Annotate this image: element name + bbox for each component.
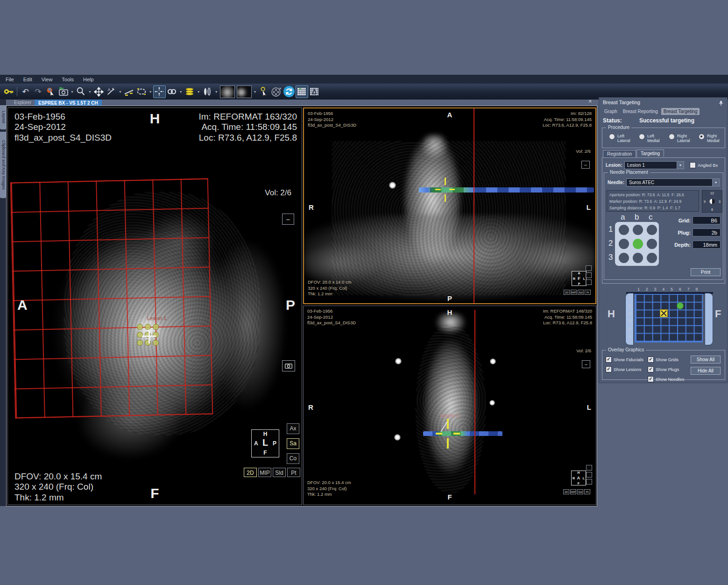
mini-plane-button[interactable] — [586, 479, 592, 485]
stack-scroll-icon[interactable] — [184, 86, 196, 98]
mode-button-sld[interactable]: Sld — [273, 468, 286, 477]
pointer-target-icon[interactable] — [258, 86, 270, 98]
panel-tab-graph[interactable]: Graph — [602, 108, 620, 115]
camera-button[interactable] — [282, 360, 295, 371]
ellipse-dropdown-caret[interactable]: ▼ — [149, 90, 152, 93]
axial-viewport[interactable]: 03-Feb-195624-Sep-2012fl3d_ax_post_S4_DI… — [303, 107, 596, 304]
stack-dropdown-caret[interactable]: ▼ — [197, 90, 200, 93]
tab-registration[interactable]: Registration — [603, 150, 636, 157]
plug-hole-projection — [153, 332, 159, 338]
menu-help[interactable]: Help — [83, 77, 94, 82]
link-series-icon[interactable] — [166, 86, 178, 98]
menu-edit[interactable]: Edit — [23, 77, 32, 82]
mode-button-2d[interactable]: 2D — [244, 468, 257, 477]
checkbox-show-lesions[interactable]: ✓Show Lesions — [606, 366, 641, 372]
print-button[interactable]: Print — [691, 268, 721, 276]
sagittal-viewport[interactable]: Lesion 1 03-Feb-195624-Sep-2012fl3d_ax_p… — [7, 107, 302, 505]
collapse-button[interactable]: − — [582, 360, 590, 368]
plug-cell-c2[interactable] — [647, 239, 657, 249]
mode-button-mip[interactable]: MIP — [258, 468, 271, 477]
menu-view[interactable]: View — [42, 77, 53, 82]
checkbox-show-needles[interactable]: ✓Show Needles — [648, 376, 684, 382]
collapse-button[interactable]: − — [282, 214, 294, 225]
procedure-radio-left-lateral[interactable]: LeftLateral — [609, 134, 630, 143]
needle-rotation-clock[interactable]: 12 3 6 9 — [702, 190, 722, 213]
checkbox-show-plugs[interactable]: ✓Show Plugs — [648, 366, 679, 372]
mini-plane-button[interactable] — [586, 279, 592, 285]
coronal-viewport[interactable]: Lesion 1 03-Feb-195624-Sep-2012fl3d_ax_p… — [303, 306, 596, 505]
plug-col-label: b — [635, 213, 639, 222]
link-dropdown-caret[interactable]: ▼ — [179, 90, 183, 93]
grid-annotate-icon[interactable] — [308, 86, 321, 98]
plug-cell-b3[interactable] — [633, 253, 643, 263]
crosshair-tool-icon[interactable] — [153, 86, 166, 98]
hide-all-button[interactable]: Hide All — [691, 367, 721, 375]
side-tab-clipboard[interactable]: Clipboard and Key Images — [0, 132, 6, 198]
layout-thumbnail-1-icon[interactable] — [220, 86, 235, 98]
plug-cell-a2[interactable] — [619, 239, 629, 249]
plug-cell-a1[interactable] — [619, 225, 629, 235]
needle-path-overlay — [419, 187, 594, 193]
mini-plane-button[interactable] — [586, 472, 592, 478]
annotate-icon[interactable]: A — [105, 86, 118, 98]
plane-button-sa[interactable]: Sa — [287, 438, 299, 449]
window-level-icon[interactable] — [201, 86, 214, 98]
pan-icon[interactable] — [92, 86, 105, 98]
fiducial-marker — [394, 434, 401, 441]
mini-plane-button[interactable] — [586, 272, 592, 278]
pin-icon[interactable] — [719, 100, 723, 108]
plug-cell-c3[interactable] — [647, 253, 657, 263]
mini-plane-button[interactable] — [586, 465, 592, 471]
camera-dropdown-caret[interactable]: ▼ — [71, 90, 74, 93]
menu-tools[interactable]: Tools — [62, 77, 74, 82]
plane-button-ax[interactable]: Ax — [287, 423, 299, 434]
panel-tab-breast-reporting[interactable]: Breast Reporting — [621, 108, 660, 115]
plug-hole-projection — [153, 340, 159, 346]
pointer-select-icon[interactable] — [44, 86, 57, 98]
checkbox-show-grids[interactable]: ✓Show Grids — [648, 357, 679, 363]
lesion-dropdown[interactable]: Lesion 1▼ — [624, 161, 684, 169]
procedure-radio-right-medial[interactable]: RightMedial — [699, 134, 720, 143]
key-icon[interactable] — [2, 86, 15, 98]
menu-bar: FileEditViewToolsHelp — [0, 75, 728, 84]
grid-overlay-icon[interactable] — [296, 86, 308, 98]
procedure-radio-right-lateral[interactable]: RightLateral — [669, 134, 690, 143]
plug-hole-projection — [145, 324, 151, 330]
side-tab-layout[interactable]: Layout — [0, 105, 6, 129]
checkbox-show-fiducials[interactable]: ✓Show Fiducials — [606, 357, 643, 363]
angled-bx-checkbox[interactable]: Angled Bx — [690, 162, 718, 168]
show-all-button[interactable]: Show All — [691, 356, 721, 364]
window-level-dropdown-caret[interactable]: ▼ — [215, 90, 218, 93]
menu-file[interactable]: File — [6, 77, 14, 82]
annotate-dropdown-caret[interactable]: ▼ — [119, 90, 122, 93]
mini-plane-button[interactable] — [586, 265, 592, 271]
tab-explorer[interactable]: Explorer — [14, 100, 31, 105]
plane-button-co[interactable]: Co — [287, 453, 299, 464]
plug-row-label: 1 — [608, 225, 613, 234]
cine-icon[interactable] — [270, 86, 283, 98]
measure-icon[interactable] — [123, 86, 135, 98]
camera-capture-icon[interactable] — [57, 86, 70, 98]
diagram-row-label: F — [629, 335, 631, 339]
axial-mri-texture — [332, 141, 565, 295]
close-icon[interactable]: × — [588, 98, 592, 104]
plug-cell-b2[interactable] — [633, 239, 643, 249]
layout-thumbnail-2-icon[interactable] — [237, 86, 252, 98]
undo-icon[interactable]: ↶ — [19, 86, 32, 98]
redo-icon[interactable]: ↷ — [32, 86, 44, 98]
zoom-dropdown-caret[interactable]: ▼ — [88, 90, 92, 93]
sync-icon[interactable] — [283, 86, 296, 98]
needle-dropdown[interactable]: Suros ATEC▼ — [626, 178, 720, 186]
mode-button-pt[interactable]: Pt — [287, 468, 300, 477]
plug-cell-b1[interactable] — [633, 225, 643, 235]
panel-tab-breast-targeting[interactable]: Breast Targeting — [661, 108, 700, 115]
layout-dropdown-caret[interactable]: ▼ — [254, 90, 257, 93]
plug-cell-a3[interactable] — [619, 253, 629, 263]
procedure-radio-left-medial[interactable]: LeftMedial — [639, 134, 660, 143]
zoom-icon[interactable] — [75, 86, 87, 98]
tab-targeting[interactable]: Targeting — [636, 150, 664, 157]
ellipse-roi-icon[interactable] — [135, 86, 148, 98]
orientation-left: A — [17, 297, 28, 313]
collapse-button[interactable]: − — [581, 161, 590, 169]
plug-cell-c1[interactable] — [647, 225, 657, 235]
